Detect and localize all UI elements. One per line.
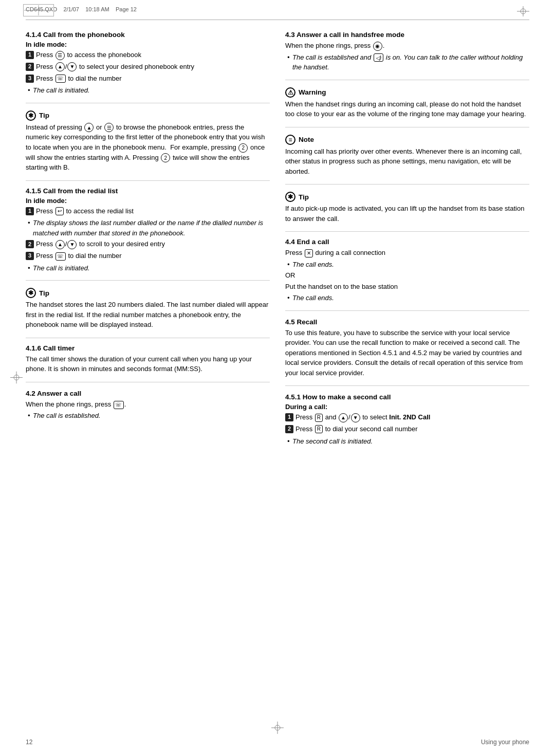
note-body: Incoming call has priority over other ev…: [285, 146, 529, 177]
step-2-1-text: Press ↩ to access the redial list: [36, 206, 134, 217]
tip-2-icon: 2: [238, 143, 248, 153]
tip-icon-1: ✱: [26, 110, 36, 121]
tip-3-header: ✱ Tip: [285, 192, 529, 202]
dial-icon: ☏: [55, 75, 66, 83]
section-42: 4.2 Answer a call When the phone rings, …: [26, 390, 270, 428]
section-44-or: OR: [285, 270, 529, 281]
during-call-label: During a call:: [285, 403, 529, 411]
step-2-badge-3: 3: [26, 252, 34, 260]
page-container: CD645.QXD 2/1/07 10:18 AM Page 12 4.1.4 …: [0, 0, 555, 756]
section-415-steps: 1 Press ↩ to access the redial list: [26, 206, 270, 217]
tip-icon-3: ✱: [285, 192, 295, 202]
tip-up-icon: ▲: [84, 123, 94, 132]
nav-down-icon: ▼: [67, 62, 77, 71]
section-44-bullet1: The call ends.: [285, 260, 529, 270]
section-45-body: To use this feature, you have to subscri…: [285, 328, 529, 378]
phonebook-icon: ☰: [55, 51, 65, 60]
nav-up2-icon: ▲: [339, 413, 348, 422]
tip-2-header: ✱ Tip: [26, 288, 270, 298]
note-header: ≡ Note: [285, 135, 529, 145]
tip-icon-2: ✱: [26, 288, 36, 298]
scroll-down-icon: ▼: [67, 240, 77, 249]
dial2-icon: ☏: [55, 252, 66, 261]
section-415: 4.1.5 Call from the redial list In idle …: [26, 187, 270, 281]
warning-header: ⚠ Warning: [285, 87, 529, 98]
tip-2-title: Tip: [39, 289, 49, 297]
idle-mode-2: In idle mode:: [26, 197, 270, 205]
speaker-icon: ◉: [373, 42, 382, 51]
section-415-title: 4.1.5 Call from the redial list: [26, 187, 270, 195]
step-2-3: 3 Press ☏ to dial the number: [26, 251, 270, 262]
warning-title: Warning: [299, 88, 326, 96]
section-414-title: 4.1.4 Call from the phonebook: [26, 31, 270, 39]
section-44-bullet2: The call ends.: [285, 293, 529, 303]
section-42-title: 4.2 Answer a call: [26, 390, 270, 397]
step-1-3: 3 Press ☏ to dial the number: [26, 73, 270, 84]
section-414-bullet: The call is initiated.: [26, 85, 270, 96]
section-44-body: Press ✕ during a call connection: [285, 248, 529, 258]
tip-2b-icon: 2: [161, 153, 170, 162]
section-45-title: 4.5 Recall: [285, 318, 529, 326]
page-footer: 12 Using your phone: [26, 739, 529, 746]
section-44-title: 4.4 End a call: [285, 238, 529, 246]
step-3-badge-2: 2: [285, 425, 293, 433]
registration-mark: [23, 4, 54, 16]
tip-1-title: Tip: [39, 112, 49, 119]
header-time: 10:18 AM: [85, 6, 109, 12]
note-icon: ≡: [285, 135, 295, 145]
section-416: 4.1.6 Call timer The call timer shows th…: [26, 344, 270, 382]
step-3-2: 2 Press R to dial your second call numbe…: [285, 424, 529, 435]
section-45: 4.5 Recall To use this feature, you have…: [285, 318, 529, 386]
step-3-1-text: Press R and ▲/▼ to select Init. 2ND Call: [295, 412, 430, 423]
tip-3-body: If auto pick-up mode is activated, you c…: [285, 204, 529, 224]
section-415-steps-cont: 2 Press ▲/▼ to scroll to your desired en…: [26, 239, 270, 262]
flash-icon: R: [315, 414, 323, 422]
step-badge-2: 2: [26, 63, 34, 71]
step-2-2: 2 Press ▲/▼ to scroll to your desired en…: [26, 239, 270, 250]
nav-up-icon: ▲: [55, 62, 65, 71]
tip-3-title: Tip: [299, 193, 309, 201]
footer-right-text: Using your phone: [481, 739, 529, 746]
section-43-bullet1: The call is established and ◁) is on. Yo…: [285, 52, 529, 72]
section-42-body: When the phone rings, press ☏.: [26, 399, 270, 410]
tip-2-body: The handset stores the last 20 numbers d…: [26, 300, 270, 330]
content-area: 4.1.4 Call from the phonebook In idle mo…: [26, 31, 529, 725]
warning-body: When the handset rings during an incomin…: [285, 99, 529, 119]
tip-box-3: ✱ Tip If auto pick-up mode is activated,…: [285, 192, 529, 232]
step-3-2-text: Press R to dial your second call number: [295, 424, 418, 435]
end-call-icon: ✕: [305, 249, 313, 257]
header-crosshair: [517, 6, 529, 17]
speaker-on-icon: ◁): [374, 53, 383, 62]
step-3-1: 1 Press R and ▲/▼ to select Init. 2ND Ca…: [285, 412, 529, 423]
step-1-2: 2 Press ▲/▼ to select your desired phone…: [26, 62, 270, 72]
step-2-1: 1 Press ↩ to access the redial list: [26, 206, 270, 217]
section-415-bullet1: The display shows the last number dialle…: [26, 218, 270, 238]
section-416-title: 4.1.6 Call timer: [26, 344, 270, 352]
tip-1-header: ✱ Tip: [26, 110, 270, 121]
step-2-2-text: Press ▲/▼ to scroll to your desired entr…: [36, 239, 165, 250]
answer-icon: ☏: [114, 401, 124, 409]
section-414-steps: 1 Press ☰ to access the phonebook 2 Pres…: [26, 50, 270, 84]
step-1-2-text: Press ▲/▼ to select your desired phonebo…: [36, 62, 194, 72]
section-43-body: When the phone rings, press ◉.: [285, 41, 529, 51]
step-badge-1: 1: [26, 51, 34, 59]
section-415-bullet2: The call is initiated.: [26, 263, 270, 273]
warning-box: ⚠ Warning When the handset rings during …: [285, 87, 529, 127]
redial-icon: ↩: [55, 207, 64, 215]
section-451: 4.5.1 How to make a second call During a…: [285, 393, 529, 453]
page-number: 12: [26, 739, 32, 746]
section-44-body2: Put the handset on to the base station: [285, 282, 529, 292]
left-crosshair: [10, 371, 23, 385]
step-badge-3: 3: [26, 75, 34, 83]
step-1-3-text: Press ☏ to dial the number: [36, 73, 122, 84]
idle-mode-1: In idle mode:: [26, 41, 270, 48]
section-416-body: The call timer shows the duration of you…: [26, 354, 270, 374]
header-page: Page 12: [116, 6, 137, 12]
note-box: ≡ Note Incoming call has priority over o…: [285, 135, 529, 185]
page-header: CD645.QXD 2/1/07 10:18 AM Page 12: [26, 6, 529, 20]
tip-1-body: Instead of pressing ▲ or ☰ to browse the…: [26, 122, 270, 173]
tip-phone-icon: ☰: [104, 123, 114, 132]
section-43: 4.3 Answer a call in handsfree mode When…: [285, 31, 529, 80]
flash2-icon: R: [315, 425, 323, 433]
right-column: 4.3 Answer a call in handsfree mode When…: [285, 31, 529, 725]
